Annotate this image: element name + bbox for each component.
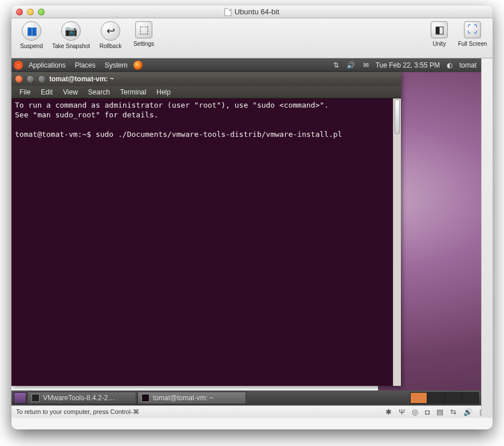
terminal-body[interactable]: To run a command as administrator (user … [11,98,401,386]
fullscreen-button[interactable]: ⛶ Full Screen [456,21,489,56]
terminal-menu-search[interactable]: Search [84,88,115,96]
terminal-menu-edit[interactable]: Edit [36,88,57,96]
system-menu[interactable]: System [101,61,131,69]
terminal-line: To run a command as administrator (user … [15,101,329,109]
zoom-window-button[interactable] [38,9,45,15]
mail-icon[interactable]: ✉ [361,61,371,69]
sound-status-icon[interactable]: 🔊 [462,408,474,416]
terminal-window[interactable]: tomat@tomat-vm: ~ File Edit View Search … [11,72,401,386]
volume-icon[interactable]: 🔊 [346,61,356,69]
network-icon[interactable]: ⇅ [331,61,341,69]
workspace-1[interactable] [410,392,427,404]
fullscreen-icon: ⛶ [464,21,481,38]
task-label: tomat@tomat-vm: ~ [153,394,214,402]
taskbar-item-terminal[interactable]: tomat@tomat-vm: ~ [137,392,246,404]
snapshot-icon: 📷 [61,21,81,41]
bluetooth-icon[interactable]: ✱ [384,408,393,416]
task-label: VMwareTools-8.4.2-2… [43,394,115,402]
terminal-menu-terminal[interactable]: Terminal [116,88,151,96]
terminal-line: See "man sudo_root" for details. [15,110,158,119]
pause-icon: ▮▮ [22,21,41,41]
toolbar-label: Unity [433,41,446,47]
terminal-menu-help[interactable]: Help [152,88,175,96]
terminal-minimize-button[interactable] [26,75,34,83]
places-menu[interactable]: Places [72,61,99,69]
gnome-bottom-panel: VMwareTools-8.4.2-2… tomat@tomat-vm: ~ 🗑 [11,390,493,405]
toolbar-label: Suspend [20,43,42,49]
vmware-toolbar: ▮▮ Suspend 📷 Take Snapshot ↩ Rollback ⬚ … [11,18,493,58]
terminal-icon [141,394,149,402]
terminal-close-button[interactable] [15,75,23,83]
vmware-fusion-window: Ubuntu 64-bit ▮▮ Suspend 📷 Take Snapshot… [11,6,493,429]
workspace-2[interactable] [427,392,444,404]
terminal-title-text: tomat@tomat-vm: ~ [49,75,114,83]
applications-menu[interactable]: Applications [25,61,69,69]
unity-button[interactable]: ◧ Unity [423,21,456,56]
hdd-icon[interactable]: ▤ [435,408,445,416]
statusbar-hint: To return to your computer, press Contro… [16,408,139,416]
clock[interactable]: Tue Feb 22, 3:55 PM [376,61,440,69]
terminal-prompt: tomat@tomat-vm:~$ [15,130,96,139]
workspace-4[interactable] [462,392,479,404]
window-title-text: Ubuntu 64-bit [234,7,279,16]
workspace-3[interactable] [444,392,462,404]
rollback-icon: ↩ [101,21,120,41]
terminal-scrollbar[interactable] [393,98,401,386]
vmware-statusbar: To return to your computer, press Contro… [11,405,493,418]
show-desktop-button[interactable] [14,392,26,404]
traffic-lights [16,9,45,15]
window-title: Ubuntu 64-bit [11,6,493,18]
close-window-button[interactable] [16,9,23,15]
cdrom-icon[interactable]: ◎ [410,408,420,416]
suspend-button[interactable]: ▮▮ Suspend [15,21,48,56]
gnome-top-panel: ◌ Applications Places System ⇅ 🔊 ✉ Tue F… [11,58,493,72]
settings-button[interactable]: ⬚ Settings [127,21,160,56]
host-scroll-edge [481,58,493,417]
gnome-status-area: ⇅ 🔊 ✉ Tue Feb 22, 3:55 PM ◐ tomat [331,61,490,70]
mac-titlebar: Ubuntu 64-bit [11,6,493,18]
terminal-menu-view[interactable]: View [58,88,82,96]
rollback-button[interactable]: ↩ Rollback [94,21,127,56]
workspace-switcher [410,392,479,404]
user-icon[interactable]: ◐ [444,61,455,69]
terminal-maximize-button[interactable] [38,75,46,83]
take-snapshot-button[interactable]: 📷 Take Snapshot [48,21,94,56]
terminal-titlebar[interactable]: tomat@tomat-vm: ~ [11,72,401,86]
toolbar-label: Full Screen [458,41,487,47]
settings-icon: ⬚ [135,21,152,38]
taskbar-item-nautilus[interactable]: VMwareTools-8.4.2-2… [27,392,136,404]
scrollbar-thumb[interactable] [395,100,400,134]
username-label[interactable]: tomat [459,61,477,69]
floppy-icon[interactable]: ◘ [423,408,431,416]
minimize-window-button[interactable] [27,9,34,15]
vm-doc-icon [225,8,231,16]
network-status-icon[interactable]: ⇆ [448,408,458,416]
folder-icon [32,394,40,402]
unity-icon: ◧ [431,21,448,38]
terminal-menu-file[interactable]: File [15,88,35,96]
toolbar-label: Settings [133,41,154,47]
usb-icon[interactable]: Ψ [397,408,407,416]
ubuntu-logo-icon[interactable]: ◌ [14,61,23,70]
firefox-icon[interactable] [133,61,143,70]
toolbar-label: Take Snapshot [52,43,90,49]
ubuntu-desktop[interactable]: ◌ Applications Places System ⇅ 🔊 ✉ Tue F… [11,58,493,405]
terminal-command: sudo ./Documents/vmware-tools-distrib/vm… [96,130,342,139]
toolbar-label: Rollback [100,43,121,49]
terminal-menubar: File Edit View Search Terminal Help [11,86,401,98]
